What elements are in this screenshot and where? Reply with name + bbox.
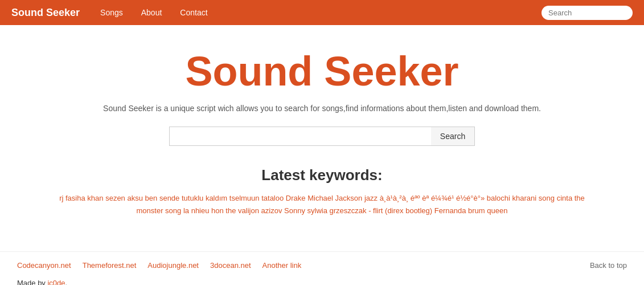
search-bar: Search xyxy=(11,127,633,146)
main-content: Sound Seeker Sound Seeker is a unique sc… xyxy=(0,25,644,229)
keyword-fasiha[interactable]: fasiha xyxy=(65,194,85,202)
keyword-sylwia[interactable]: sylwia grzeszczak - flirt (direx bootleg… xyxy=(307,206,433,215)
keyword-ben[interactable]: ben xyxy=(145,194,158,202)
search-button[interactable]: Search xyxy=(431,127,475,146)
keyword-queen[interactable]: queen xyxy=(487,206,507,215)
keyword-fernanda[interactable]: Fernanda brum xyxy=(434,206,485,215)
navbar-brand[interactable]: Sound Seeker xyxy=(11,7,80,19)
keyword-sezen[interactable]: sezen xyxy=(105,194,125,202)
nav-search-input[interactable] xyxy=(542,6,633,20)
keyword-aksu[interactable]: aksu xyxy=(127,194,142,202)
keywords-text: rj fasiha khan sezen aksu ben sende tutu… xyxy=(49,192,596,217)
keyword-kharani[interactable]: kharani xyxy=(512,194,537,202)
keyword-balochi[interactable]: balochi xyxy=(487,194,510,202)
nav-songs[interactable]: Songs xyxy=(91,1,132,24)
keyword-khan[interactable]: khan xyxy=(87,194,103,202)
keyword-song[interactable]: song xyxy=(539,194,555,202)
nav-about[interactable]: About xyxy=(132,1,171,24)
footer-link-3docean[interactable]: 3docean.net xyxy=(210,261,251,270)
keyword-drake[interactable]: Drake xyxy=(286,194,306,202)
keyword-valijon[interactable]: valijon azizov xyxy=(238,206,282,215)
navbar: Sound Seeker Songs About Contact xyxy=(0,0,644,25)
keyword-sonny[interactable]: Sonny xyxy=(284,206,305,215)
footer-link-another[interactable]: Another link xyxy=(262,261,302,270)
tagline: Sound Seeker is a unique script wich all… xyxy=(11,104,633,113)
keyword-tutuklu[interactable]: tutuklu xyxy=(182,194,203,202)
keyword-jazz[interactable]: jazz xyxy=(364,194,378,202)
keyword-michael[interactable]: Michael Jackson xyxy=(307,194,362,202)
keyword-kaldim[interactable]: kaldım xyxy=(206,194,227,202)
back-to-top[interactable]: Back to top xyxy=(590,261,627,270)
footer-made: Made by ic0de. xyxy=(17,279,627,285)
keyword-tselmuun[interactable]: tselmuun xyxy=(229,194,260,202)
keyword-rj[interactable]: rj xyxy=(59,194,63,202)
footer-link-themeforest[interactable]: Themeforest.net xyxy=(83,261,137,270)
footer-link-codecanyon[interactable]: Codecanyon.net xyxy=(17,261,71,270)
search-input[interactable] xyxy=(169,127,431,146)
nav-links: Songs About Contact xyxy=(91,1,542,24)
latest-keywords-title: Latest keywords: xyxy=(11,166,633,184)
keyword-sende[interactable]: sende xyxy=(159,194,179,202)
page-title: Sound Seeker xyxy=(11,48,633,95)
footer: Codecanyon.net Themeforest.net Audiojung… xyxy=(0,251,644,285)
nav-search-container xyxy=(542,6,633,20)
footer-link-audiojungle[interactable]: Audiojungle.net xyxy=(147,261,199,270)
keyword-cinta[interactable]: cinta xyxy=(557,194,572,202)
nav-contact[interactable]: Contact xyxy=(171,1,216,24)
footer-ic0de-link[interactable]: ic0de xyxy=(47,279,65,285)
keyword-la-nhieu[interactable]: la nhieu hon the xyxy=(183,206,236,215)
footer-links: Codecanyon.net Themeforest.net Audiojung… xyxy=(17,261,627,270)
keyword-tataloo[interactable]: tataloo xyxy=(261,194,284,202)
